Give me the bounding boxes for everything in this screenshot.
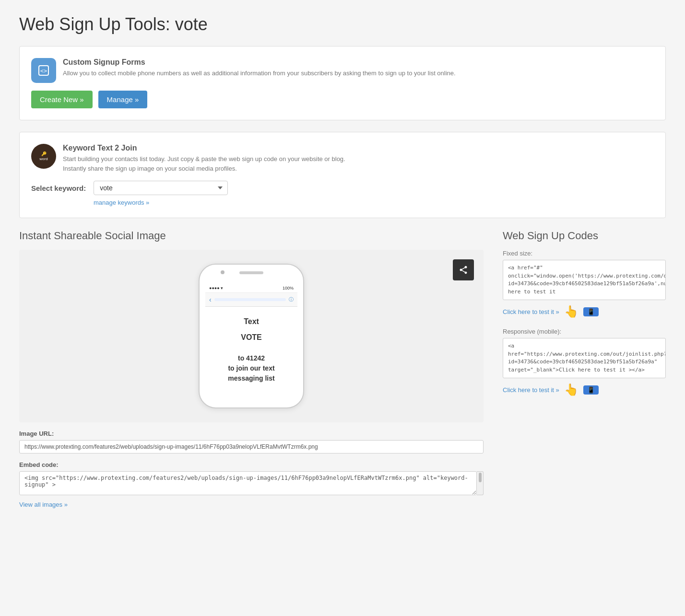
phone-info: ⓘ bbox=[289, 296, 294, 303]
phone-status-bar: ●●●● ▾ 100% bbox=[205, 284, 297, 293]
phone-blue-icon-2: 📱 bbox=[583, 385, 599, 395]
share-button[interactable] bbox=[453, 259, 474, 280]
phone-screen: ●●●● ▾ 100% ‹ ⓘ Text VOTE to 41242 to jo… bbox=[205, 284, 297, 393]
keyword-select[interactable]: vote bbox=[94, 181, 228, 195]
custom-signup-forms-card: <> Custom Signup Forms Allow you to coll… bbox=[19, 46, 666, 120]
keyword-icon: 🔑 word bbox=[31, 144, 56, 169]
page-title: Web Sign Up Tools: vote bbox=[19, 14, 666, 35]
svg-text:<>: <> bbox=[40, 68, 47, 74]
fixed-test-row: Click here to test it » 👆 📱 bbox=[503, 305, 666, 318]
keyword-desc-line1: Start building your contacts list today.… bbox=[63, 154, 345, 164]
manage-button[interactable]: Manage » bbox=[98, 91, 148, 108]
keyword-title: Keyword Text 2 Join bbox=[63, 144, 345, 152]
fixed-size-label: Fixed size: bbox=[503, 250, 666, 257]
social-image-section: Instant Shareable Social Image ●●●● ▾ 10… bbox=[19, 230, 484, 508]
hand-cursor-icon-2: 👆 bbox=[564, 383, 579, 396]
phone-content: Text VOTE to 41242 to join our text mess… bbox=[205, 307, 297, 393]
social-image-title: Instant Shareable Social Image bbox=[19, 230, 484, 242]
embed-code-label: Embed code: bbox=[19, 461, 484, 468]
create-new-button[interactable]: Create New » bbox=[31, 91, 93, 108]
hand-cursor-icon: 👆 bbox=[564, 305, 579, 318]
custom-forms-title: Custom Signup Forms bbox=[63, 58, 456, 67]
svg-text:🔑: 🔑 bbox=[41, 151, 47, 157]
phone-number: to 41242 bbox=[211, 353, 292, 363]
phone-blue-icon: 📱 bbox=[583, 307, 599, 316]
custom-forms-description: Allow you to collect mobile phone number… bbox=[63, 69, 456, 78]
phone-camera bbox=[221, 270, 224, 274]
responsive-code-box: <a href="https://www.protexting.com/out/… bbox=[503, 338, 666, 378]
scrollbar-thumb bbox=[479, 473, 482, 482]
image-url-label: Image URL: bbox=[19, 430, 484, 437]
keyword-text2join-card: 🔑 word Keyword Text 2 Join Start buildin… bbox=[19, 132, 666, 218]
keyword-desc-line2: Instantly share the sign up image on you… bbox=[63, 164, 345, 174]
phone-sub-text: to join our text messaging list bbox=[211, 363, 292, 384]
bottom-section: Instant Shareable Social Image ●●●● ▾ 10… bbox=[19, 230, 666, 508]
phone-back: ‹ bbox=[209, 296, 212, 303]
svg-text:word: word bbox=[39, 157, 47, 161]
phone-text-label: Text bbox=[211, 316, 292, 327]
responsive-label: Responsive (mobile): bbox=[503, 328, 666, 335]
image-url-input[interactable] bbox=[19, 440, 484, 453]
phone-battery: 100% bbox=[283, 286, 294, 291]
fixed-size-code-wrapper: <a href="#" onclick="window.open('https:… bbox=[503, 260, 666, 305]
fixed-test-link[interactable]: Click here to test it » bbox=[503, 308, 559, 315]
phone-preview-container: ●●●● ▾ 100% ‹ ⓘ Text VOTE to 41242 to jo… bbox=[19, 250, 484, 422]
responsive-test-row: Click here to test it » 👆 📱 bbox=[503, 383, 666, 396]
keyword-select-label: Select keyword: bbox=[31, 184, 86, 192]
fixed-size-code-box: <a href="#" onclick="window.open('https:… bbox=[503, 260, 666, 300]
svg-point-2 bbox=[35, 148, 52, 165]
web-codes-title: Web Sign Up Codes bbox=[503, 230, 666, 242]
view-all-images-link[interactable]: View all images » bbox=[19, 501, 484, 508]
embed-code-textarea[interactable] bbox=[19, 471, 477, 495]
phone-frame: ●●●● ▾ 100% ‹ ⓘ Text VOTE to 41242 to jo… bbox=[199, 264, 304, 408]
custom-forms-icon: <> bbox=[31, 58, 56, 83]
phone-signal: ●●●● ▾ bbox=[209, 286, 223, 291]
phone-speaker bbox=[239, 271, 263, 274]
phone-vote-label: VOTE bbox=[211, 332, 292, 343]
phone-address-bar bbox=[214, 298, 286, 301]
manage-keywords-link[interactable]: manage keywords » bbox=[94, 199, 654, 206]
responsive-test-link[interactable]: Click here to test it » bbox=[503, 386, 559, 394]
scrollbar bbox=[477, 471, 484, 495]
web-codes-section: Web Sign Up Codes Fixed size: <a href="#… bbox=[503, 230, 666, 508]
phone-nav-bar: ‹ ⓘ bbox=[205, 293, 297, 307]
